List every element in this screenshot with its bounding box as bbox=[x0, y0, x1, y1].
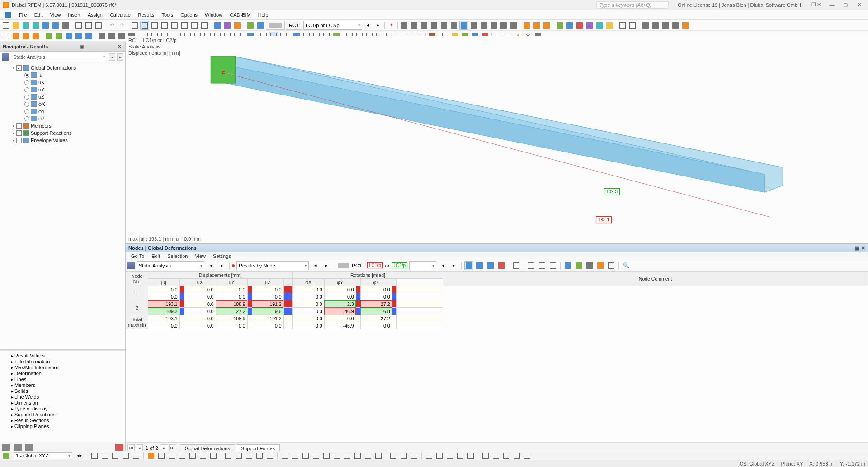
sb-ic-36[interactable] bbox=[481, 452, 490, 460]
node-b-icon[interactable] bbox=[107, 32, 116, 41]
pin-icon[interactable]: ✦ bbox=[387, 21, 396, 30]
cube-c-icon[interactable] bbox=[542, 21, 551, 30]
tp-col-a-icon[interactable] bbox=[527, 261, 536, 270]
bg1-icon[interactable] bbox=[618, 21, 627, 30]
sb-ic-21[interactable] bbox=[312, 452, 320, 460]
axes3-icon[interactable] bbox=[575, 21, 584, 30]
tp-more-icon[interactable] bbox=[607, 261, 616, 270]
redo-icon[interactable]: ↷ bbox=[117, 21, 126, 30]
cloud-icon[interactable] bbox=[21, 21, 30, 30]
display-filter-item[interactable]: ▸Lines bbox=[1, 376, 124, 382]
tp-menu-selection[interactable]: Selection bbox=[164, 253, 191, 259]
display-filter-item[interactable]: ▸Line Welds bbox=[1, 394, 124, 400]
tp-pin-icon[interactable]: ▣ bbox=[855, 245, 859, 251]
tp-pick-icon[interactable] bbox=[563, 261, 572, 270]
axes-icon[interactable] bbox=[555, 21, 564, 30]
cs-icon[interactable] bbox=[2, 452, 10, 460]
sb-ic-14[interactable] bbox=[235, 452, 243, 460]
menu-file-icon[interactable] bbox=[1, 10, 15, 19]
tree-item[interactable]: φZ bbox=[1, 115, 124, 122]
res-toggle-icon[interactable] bbox=[246, 21, 255, 30]
sb-ic-4[interactable] bbox=[122, 452, 130, 460]
display-filter-item[interactable]: ▸Deformation bbox=[1, 371, 124, 376]
sb-ic-22[interactable] bbox=[322, 452, 330, 460]
tree-item[interactable]: uZ bbox=[1, 93, 124, 100]
tree-item[interactable]: uY bbox=[1, 86, 124, 93]
sync-icon[interactable] bbox=[31, 21, 40, 30]
sb-ic-20[interactable] bbox=[302, 452, 310, 460]
bg4-icon[interactable] bbox=[651, 21, 660, 30]
bg7-icon[interactable] bbox=[681, 21, 690, 30]
tool-b-icon[interactable] bbox=[410, 21, 419, 30]
tp-menu-goto[interactable]: Go To bbox=[127, 253, 148, 259]
sel-arrow-icon[interactable] bbox=[1, 32, 10, 41]
node-c-icon[interactable] bbox=[117, 32, 126, 41]
line-b-icon[interactable] bbox=[54, 32, 63, 41]
bg2-icon[interactable] bbox=[628, 21, 637, 30]
menu-calculate[interactable]: Calculate bbox=[106, 11, 134, 19]
tree-item[interactable]: ▸Envelope Values bbox=[1, 137, 124, 144]
sb-ic-17[interactable] bbox=[266, 452, 274, 460]
lc-next-icon[interactable]: ▸ bbox=[373, 21, 382, 30]
tree-item[interactable]: φX bbox=[1, 100, 124, 108]
view-top-icon[interactable] bbox=[150, 21, 159, 30]
sb-ic-2[interactable] bbox=[101, 452, 109, 460]
sel-a-icon[interactable] bbox=[11, 32, 20, 41]
sb-ic-26[interactable] bbox=[364, 452, 372, 460]
tp-xls-icon[interactable] bbox=[574, 261, 583, 270]
tree-item[interactable]: ▾Global Deformations bbox=[1, 64, 124, 71]
view-6-icon[interactable] bbox=[190, 21, 199, 30]
rc-swatch[interactable] bbox=[266, 21, 285, 30]
nav-next-icon[interactable]: ▸ bbox=[117, 53, 123, 61]
tool-h-icon[interactable] bbox=[479, 21, 488, 30]
sb-ic-13[interactable] bbox=[224, 452, 232, 460]
cs-nav-icon[interactable]: ◂▸ bbox=[75, 452, 84, 460]
menu-view[interactable]: View bbox=[47, 11, 65, 19]
sb-ic-28[interactable] bbox=[389, 452, 397, 460]
nav-prev-icon[interactable]: ◂ bbox=[109, 53, 115, 61]
tp-funnel-icon[interactable] bbox=[596, 261, 605, 270]
cube-a-icon[interactable] bbox=[522, 21, 531, 30]
tp-analysis-combo[interactable]: Static Analysis bbox=[137, 261, 204, 270]
sb-ic-37[interactable] bbox=[492, 452, 500, 460]
display-filter-item[interactable]: ▸Max/Min Information bbox=[1, 365, 124, 371]
sb-ic-39[interactable] bbox=[513, 452, 521, 460]
rb-next-icon[interactable]: ▸ bbox=[322, 261, 331, 270]
sb-ic-31[interactable] bbox=[425, 452, 433, 460]
tp-prev-icon[interactable]: ◂ bbox=[207, 261, 216, 270]
calc-icon[interactable] bbox=[213, 21, 222, 30]
report2-icon[interactable] bbox=[84, 21, 93, 30]
tool-d-icon[interactable] bbox=[429, 21, 439, 30]
view-7-icon[interactable] bbox=[200, 21, 209, 30]
save-icon[interactable] bbox=[41, 21, 50, 30]
sb-ic-3[interactable] bbox=[111, 452, 119, 460]
tool-e-icon[interactable] bbox=[439, 21, 448, 30]
results-tree[interactable]: ▾Global Deformations|u|uXuYuZφXφYφZ▸Memb… bbox=[0, 62, 125, 349]
tree-item[interactable]: ▸Members bbox=[1, 122, 124, 129]
tree-item[interactable]: |u| bbox=[1, 71, 124, 79]
sb-ic-8[interactable] bbox=[168, 452, 176, 460]
tp-opt-c-icon[interactable] bbox=[486, 261, 495, 270]
view-4-icon[interactable] bbox=[170, 21, 179, 30]
tp-print-icon[interactable] bbox=[585, 261, 594, 270]
tp-lc-next-icon[interactable]: ▸ bbox=[449, 261, 458, 270]
sb-ic-10[interactable] bbox=[189, 452, 197, 460]
nav-camera-icon[interactable] bbox=[25, 444, 33, 451]
bg6-icon[interactable] bbox=[671, 21, 680, 30]
sb-ic-30[interactable] bbox=[410, 452, 418, 460]
3d-viewport[interactable]: RC1 - LC1/p or LC2/p Static Analysis Dis… bbox=[126, 36, 868, 243]
tool-i-icon[interactable] bbox=[489, 21, 498, 30]
undo-icon[interactable]: ↶ bbox=[107, 21, 116, 30]
nav-eye-icon[interactable] bbox=[14, 444, 22, 451]
sel-b-icon[interactable] bbox=[21, 32, 30, 41]
sb-ic-18[interactable] bbox=[281, 452, 289, 460]
view-left-icon[interactable] bbox=[130, 21, 139, 30]
tool-f-icon[interactable] bbox=[449, 21, 458, 30]
display-filter-item[interactable]: ▸Result Sections bbox=[1, 418, 124, 424]
tool-g-icon[interactable] bbox=[469, 21, 478, 30]
display-filter-item[interactable]: ▸Result Values bbox=[1, 353, 124, 359]
report3-icon[interactable] bbox=[94, 21, 103, 30]
axes4-icon[interactable] bbox=[585, 21, 594, 30]
calc3-icon[interactable] bbox=[233, 21, 242, 30]
sb-ic-16[interactable] bbox=[255, 452, 264, 460]
